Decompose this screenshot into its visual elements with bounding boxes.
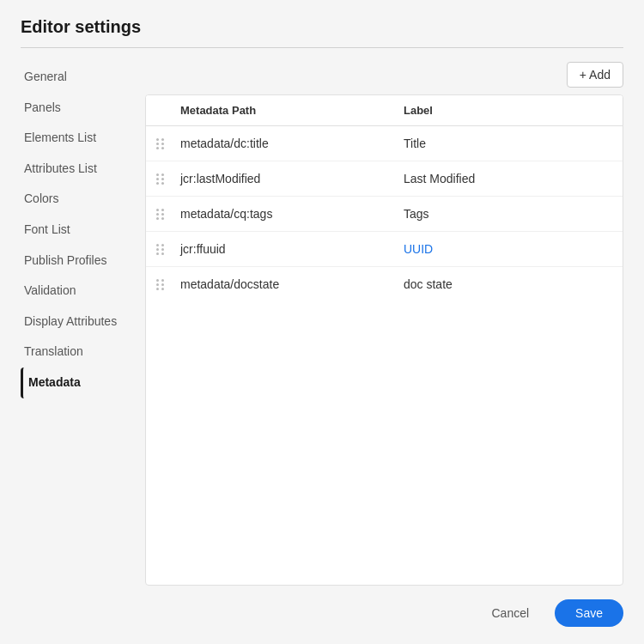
sidebar-item-general[interactable]: General	[21, 62, 145, 93]
main-header: + Add	[145, 62, 623, 88]
cell-path: jcr:lastModified	[180, 172, 404, 185]
sidebar-item-font-list[interactable]: Font List	[21, 215, 145, 246]
cell-label[interactable]: UUID	[404, 242, 609, 256]
drag-handle[interactable]	[156, 244, 173, 255]
sidebar-item-metadata[interactable]: Metadata	[21, 368, 145, 398]
sidebar: GeneralPanelsElements ListAttributes Lis…	[21, 62, 145, 586]
drag-handle[interactable]	[156, 279, 173, 290]
table-body: metadata/dc:titleTitlejcr:lastModifiedLa…	[146, 126, 623, 301]
main-content: + Add Metadata Path Label metadata/dc:ti…	[145, 62, 623, 586]
cell-label: Tags	[404, 207, 609, 221]
page-title: Editor settings	[21, 17, 623, 37]
cell-label: Title	[404, 137, 609, 150]
drag-handle[interactable]	[156, 138, 173, 149]
cell-label: Last Modified	[404, 172, 609, 185]
cell-path: metadata/dc:title	[180, 137, 404, 150]
sidebar-item-validation[interactable]: Validation	[21, 276, 145, 307]
sidebar-item-colors[interactable]: Colors	[21, 184, 145, 215]
sidebar-item-display-attributes[interactable]: Display Attributes	[21, 307, 145, 337]
sidebar-item-publish-profiles[interactable]: Publish Profiles	[21, 246, 145, 276]
table-header: Metadata Path Label	[146, 95, 623, 126]
table-row: metadata/cq:tagsTags	[146, 197, 623, 232]
sidebar-item-translation[interactable]: Translation	[21, 337, 145, 368]
col-label-header: Label	[404, 104, 609, 117]
footer: Cancel Save	[21, 586, 623, 627]
cell-path: metadata/docstate	[180, 277, 404, 291]
drag-handle[interactable]	[156, 173, 173, 185]
cancel-button[interactable]: Cancel	[476, 599, 544, 627]
table-row: jcr:ffuuidUUID	[146, 232, 623, 267]
sidebar-item-panels[interactable]: Panels	[21, 93, 145, 124]
cell-label: doc state	[404, 277, 609, 291]
cell-path: jcr:ffuuid	[180, 242, 404, 256]
table-row: jcr:lastModifiedLast Modified	[146, 161, 623, 197]
drag-handle[interactable]	[156, 209, 173, 220]
sidebar-item-attributes-list[interactable]: Attributes List	[21, 154, 145, 185]
sidebar-item-elements-list[interactable]: Elements List	[21, 123, 145, 154]
table-row: metadata/dc:titleTitle	[146, 126, 623, 161]
cell-path: metadata/cq:tags	[180, 207, 404, 221]
add-button[interactable]: + Add	[567, 62, 623, 88]
table-row: metadata/docstatedoc state	[146, 267, 623, 301]
header-divider	[21, 47, 623, 48]
save-button[interactable]: Save	[555, 599, 623, 627]
metadata-table: Metadata Path Label metadata/dc:titleTit…	[145, 94, 623, 586]
col-path-header: Metadata Path	[180, 104, 404, 117]
